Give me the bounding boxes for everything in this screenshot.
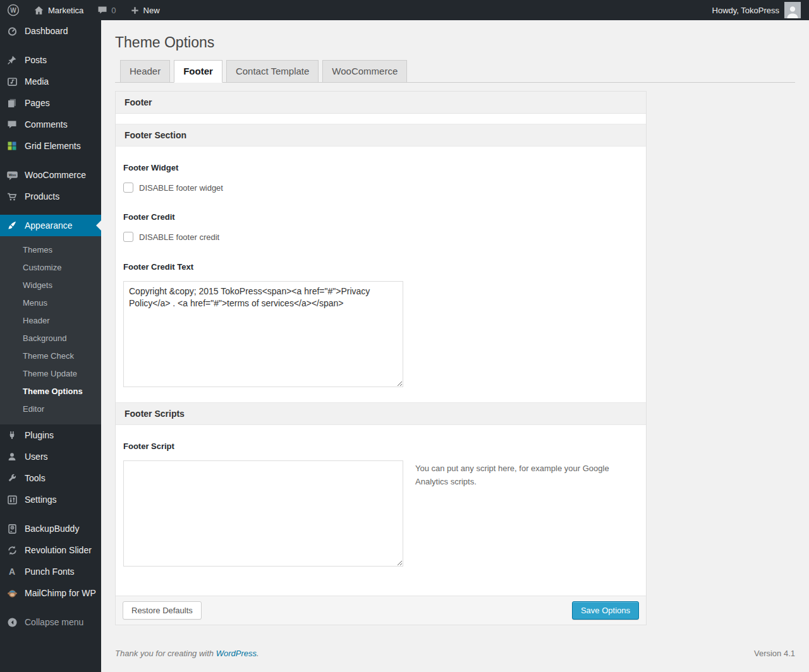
sidebar-item-media[interactable]: Media <box>0 71 101 92</box>
submenu-item-header[interactable]: Header <box>0 312 101 330</box>
woo-badge-icon: Woo <box>6 169 18 181</box>
sidebar-item-pages[interactable]: Pages <box>0 92 101 114</box>
collapse-menu-button[interactable]: Collapse menu <box>0 611 101 633</box>
footer-credit-text-textarea[interactable]: Copyright &copy; 2015 TokoPress<span><a … <box>123 281 403 387</box>
disable-footer-credit-checkbox[interactable] <box>123 232 133 242</box>
spacer <box>123 567 638 596</box>
menu-separator <box>0 207 101 215</box>
sidebar-item-grid-elements[interactable]: Grid Elements <box>0 135 101 157</box>
comment-bubble-icon <box>97 5 107 15</box>
footer-section-fields: Footer Widget DISABLE footer widget Foot… <box>116 163 646 402</box>
sidebar-item-plugins[interactable]: Plugins <box>0 424 101 446</box>
account-menu[interactable]: Howdy, TokoPress <box>712 2 809 18</box>
footer-script-help-text: You can put any script here, for example… <box>415 462 611 489</box>
footer-scripts-fields: Footer Script You can put any script her… <box>116 441 646 596</box>
submenu-item-widgets[interactable]: Widgets <box>0 277 101 294</box>
sidebar-item-settings[interactable]: Settings <box>0 489 101 510</box>
save-options-button[interactable]: Save Options <box>572 601 639 620</box>
sidebar-item-posts[interactable]: Posts <box>0 49 101 71</box>
submenu-item-customize[interactable]: Customize <box>0 259 101 277</box>
comment-icon <box>6 118 18 131</box>
user-icon <box>6 450 18 463</box>
menu-separator <box>0 510 101 518</box>
panel-title: Footer <box>116 92 646 114</box>
appearance-submenu: Themes Customize Widgets Menus Header Ba… <box>0 236 101 424</box>
grid-pinwheel-icon <box>6 140 18 152</box>
section-title-footer-section: Footer Section <box>116 124 646 147</box>
submenu-item-themes[interactable]: Themes <box>0 241 101 259</box>
sidebar-item-comments[interactable]: Comments <box>0 114 101 135</box>
submenu-item-theme-update[interactable]: Theme Update <box>0 365 101 383</box>
footer-script-row: You can put any script here, for example… <box>123 451 638 567</box>
submenu-item-editor[interactable]: Editor <box>0 400 101 418</box>
footer-widget-checkbox-row[interactable]: DISABLE footer widget <box>123 183 638 193</box>
site-name-menu[interactable]: Marketica <box>27 0 90 20</box>
submenu-item-theme-options[interactable]: Theme Options <box>0 383 101 400</box>
sidebar-item-appearance[interactable]: Appearance <box>0 215 101 236</box>
menu-separator <box>0 42 101 49</box>
avatar <box>784 2 801 18</box>
sidebar-item-punch-fonts[interactable]: A Punch Fonts <box>0 561 101 582</box>
howdy-label: Howdy, TokoPress <box>712 6 779 15</box>
sidebar-item-users[interactable]: Users <box>0 446 101 467</box>
sidebar-item-tools[interactable]: Tools <box>0 467 101 489</box>
cart-icon <box>6 190 18 203</box>
disable-footer-widget-checkbox[interactable] <box>123 183 133 193</box>
thanks-suffix: . <box>257 649 259 658</box>
plugin-icon <box>6 429 18 441</box>
submenu-item-theme-check[interactable]: Theme Check <box>0 347 101 365</box>
new-label: New <box>143 6 160 15</box>
main-content: Theme Options Header Footer Contact Temp… <box>101 20 809 658</box>
paint-brush-icon <box>6 219 18 232</box>
version-label: Version 4.1 <box>754 649 795 658</box>
page-footer: Thank you for creating with WordPress. V… <box>115 649 795 658</box>
footer-credit-label: Footer Credit <box>123 212 638 222</box>
wrench-icon <box>6 472 18 484</box>
submenu-item-background[interactable]: Background <box>0 330 101 347</box>
new-content-menu[interactable]: New <box>123 0 167 20</box>
site-name-label: Marketica <box>48 6 83 15</box>
letter-a-icon: A <box>6 567 18 577</box>
svg-text:W: W <box>10 7 16 14</box>
panel-action-bar: Restore Defaults Save Options <box>116 596 646 625</box>
menu-separator <box>0 604 101 611</box>
disable-footer-credit-label: DISABLE footer credit <box>139 232 219 242</box>
sidebar-item-revolution-slider[interactable]: Revolution Slider <box>0 539 101 561</box>
collapse-arrow-icon <box>6 616 18 628</box>
thanks-prefix: Thank you for creating with <box>115 649 214 658</box>
sidebar-item-woocommerce[interactable]: Woo WooCommerce <box>0 164 101 186</box>
comments-menu[interactable]: 0 <box>90 0 123 20</box>
menu-separator <box>0 157 101 164</box>
spacer <box>123 387 638 402</box>
tab-contact-template[interactable]: Contact Template <box>226 60 319 83</box>
tab-header[interactable]: Header <box>120 60 170 83</box>
section-title-footer-scripts: Footer Scripts <box>116 402 646 425</box>
home-icon <box>33 5 44 16</box>
svg-text:Woo: Woo <box>8 173 16 177</box>
media-icon <box>6 75 18 88</box>
panel-gap <box>116 114 646 124</box>
admin-bar: W Marketica 0 New Howdy, TokoPress <box>0 0 809 20</box>
footer-credit-checkbox-row[interactable]: DISABLE footer credit <box>123 232 638 242</box>
footer-widget-label: Footer Widget <box>123 163 638 172</box>
tab-footer[interactable]: Footer <box>174 60 222 83</box>
submenu-item-menus[interactable]: Menus <box>0 294 101 312</box>
footer-script-textarea[interactable] <box>123 460 403 567</box>
dashboard-gauge-icon <box>6 25 18 37</box>
tab-woocommerce[interactable]: WooCommerce <box>322 60 407 83</box>
footer-thanks-text: Thank you for creating with WordPress. <box>115 649 259 658</box>
wordpress-link[interactable]: WordPress <box>216 649 257 658</box>
wp-logo-button[interactable]: W <box>0 0 27 20</box>
plus-icon <box>130 6 140 15</box>
sidebar-item-dashboard[interactable]: Dashboard <box>0 20 101 42</box>
refresh-arrows-icon <box>6 544 18 556</box>
admin-bar-left: W Marketica 0 New <box>0 0 167 20</box>
tab-bar: Header Footer Contact Template WooCommer… <box>115 60 795 83</box>
sidebar-item-backupbuddy[interactable]: BackupBuddy <box>0 518 101 539</box>
restore-defaults-button[interactable]: Restore Defaults <box>123 601 202 620</box>
wordpress-logo-icon: W <box>7 4 20 16</box>
pushpin-icon <box>6 54 18 66</box>
sidebar-item-mailchimp[interactable]: MailChimp for WP <box>0 582 101 604</box>
admin-sidebar: Dashboard Posts Media Pages Comments <box>0 20 101 672</box>
sidebar-item-products[interactable]: Products <box>0 186 101 207</box>
